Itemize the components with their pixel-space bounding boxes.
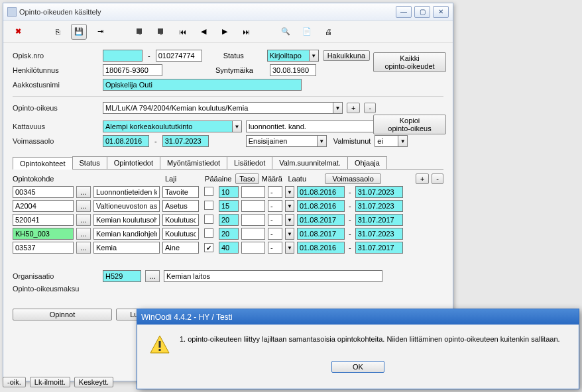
row-code[interactable] [13, 228, 74, 240]
opisk-nro-part2[interactable] [156, 50, 202, 62]
add-row-button[interactable]: + [416, 173, 429, 184]
tab-valmsunnitelmat[interactable]: Valm.suunnitelmat. [272, 156, 348, 169]
row-name[interactable] [93, 186, 160, 198]
row-taso[interactable] [219, 228, 239, 240]
row-voimassaolo-start[interactable] [297, 228, 345, 240]
first-record-icon[interactable]: ⏮ [174, 24, 190, 40]
row-voimassaolo-end[interactable] [355, 214, 403, 226]
search-icon[interactable]: 🔍 [278, 24, 294, 40]
row-voimassaolo-start[interactable] [297, 186, 345, 198]
row-paaaine-checkbox[interactable]: ✔ [204, 243, 213, 252]
valmistunut-combo[interactable] [375, 135, 398, 147]
row-laji[interactable] [162, 228, 199, 240]
row-voimassaolo-end[interactable] [355, 186, 403, 198]
row-maara[interactable] [241, 242, 265, 254]
print-icon[interactable]: 🖨 [320, 24, 336, 40]
aakkostusnimi-field[interactable] [103, 79, 302, 91]
opinto-oikeus-combo[interactable] [103, 102, 333, 114]
row-laatu[interactable] [268, 242, 282, 254]
row-paaaine-checkbox[interactable] [204, 215, 213, 224]
row-laatu-dropdown-icon[interactable]: ▼ [285, 228, 294, 240]
row-lookup-button[interactable]: … [76, 186, 91, 198]
ensisijainen-combo[interactable] [246, 135, 318, 147]
status-dropdown-icon[interactable]: ▼ [310, 50, 319, 62]
row-lookup-button[interactable]: … [76, 200, 91, 212]
hakuikkuna-button[interactable]: Hakuikkuna [323, 50, 370, 61]
report-icon[interactable]: 📄 [299, 24, 315, 40]
opisk-nro-part1[interactable] [103, 50, 143, 62]
add-opinto-oikeus-button[interactable]: + [347, 103, 360, 113]
tab-opintokohteet[interactable]: Opintokohteet [13, 157, 73, 170]
row-laatu-dropdown-icon[interactable]: ▼ [285, 214, 294, 226]
row-name[interactable] [93, 228, 160, 240]
henkilotunnus-field[interactable] [103, 64, 162, 76]
row-maara[interactable] [241, 228, 265, 240]
row-voimassaolo-start[interactable] [297, 242, 345, 254]
valmistunut-dropdown-icon[interactable]: ▼ [398, 135, 408, 147]
lk-ilmoitt-button[interactable]: Lk-ilmoitt. [30, 377, 70, 387]
row-name[interactable] [93, 242, 160, 254]
row-code[interactable] [13, 186, 74, 198]
copy-icon[interactable]: ⎘ [50, 24, 66, 40]
row-voimassaolo-end[interactable] [355, 242, 403, 254]
row-laji[interactable] [162, 186, 199, 198]
row-maara[interactable] [241, 186, 265, 198]
export-icon[interactable]: ⇥ [92, 24, 108, 40]
tab-opintotiedot[interactable]: Opintotiedot [107, 156, 160, 169]
row-laatu[interactable] [268, 214, 282, 226]
row-code[interactable] [13, 242, 74, 254]
row-laatu-dropdown-icon[interactable]: ▼ [285, 200, 294, 212]
row-voimassaolo-start[interactable] [297, 214, 345, 226]
tab-status[interactable]: Status [72, 156, 107, 169]
remove-record-icon[interactable]: × [153, 24, 169, 40]
row-lookup-button[interactable]: … [76, 228, 91, 240]
ok-button[interactable]: OK [331, 361, 384, 373]
add-record-icon[interactable]: + [132, 24, 148, 40]
row-maara[interactable] [241, 214, 265, 226]
kaikki-opinto-oikeudet-button[interactable]: Kaikki opinto-oikeudet [373, 52, 446, 72]
row-laatu[interactable] [268, 228, 282, 240]
row-lookup-button[interactable]: … [76, 242, 91, 254]
row-code[interactable] [13, 200, 74, 212]
maximize-button[interactable]: ▢ [414, 6, 430, 18]
organisaatio-name[interactable] [164, 270, 382, 282]
keskeytt-button[interactable]: Keskeytt. [74, 377, 113, 387]
row-voimassaolo-start[interactable] [297, 200, 345, 212]
row-name[interactable] [93, 200, 160, 212]
row-laji[interactable] [162, 200, 199, 212]
row-lookup-button[interactable]: … [76, 214, 91, 226]
kattavuus-dropdown-icon[interactable]: ▼ [233, 121, 242, 132]
oik-button[interactable]: -oik. [3, 377, 26, 387]
voimassaolo-start[interactable] [103, 135, 149, 147]
minimize-button[interactable]: — [396, 6, 412, 18]
row-taso[interactable] [219, 242, 239, 254]
row-laji[interactable] [162, 242, 199, 254]
row-laatu[interactable] [268, 186, 282, 198]
row-laji[interactable] [162, 214, 199, 226]
header-voimassaolo-button[interactable]: Voimassaolo [325, 173, 381, 184]
save-icon[interactable]: 💾 [71, 24, 87, 40]
voimassaolo-end[interactable] [162, 135, 209, 147]
row-voimassaolo-end[interactable] [355, 228, 403, 240]
opinto-oikeus-dropdown-icon[interactable]: ▼ [333, 102, 343, 114]
last-record-icon[interactable]: ⏭ [238, 24, 254, 40]
status-combo[interactable] [267, 50, 310, 62]
prev-record-icon[interactable]: ◀ [196, 24, 211, 40]
cancel-icon[interactable]: ✖ [10, 24, 26, 40]
row-voimassaolo-end[interactable] [355, 200, 403, 212]
row-laatu[interactable] [268, 200, 282, 212]
kattavuus-combo[interactable] [103, 121, 233, 132]
tab-myontamistiedot[interactable]: Myöntämistiedot [160, 156, 227, 169]
organisaatio-code[interactable] [103, 270, 141, 282]
row-laatu-dropdown-icon[interactable]: ▼ [285, 186, 294, 198]
row-code[interactable] [13, 214, 74, 226]
ensisijainen-dropdown-icon[interactable]: ▼ [318, 135, 327, 147]
row-maara[interactable] [241, 200, 265, 212]
remove-opinto-oikeus-button[interactable]: - [364, 103, 376, 113]
row-taso[interactable] [219, 214, 239, 226]
row-paaaine-checkbox[interactable] [204, 228, 213, 238]
tab-ohjaaja[interactable]: Ohjaaja [347, 156, 387, 169]
row-paaaine-checkbox[interactable] [204, 201, 213, 210]
organisaatio-lookup-button[interactable]: … [145, 270, 160, 282]
tab-lisatiedot[interactable]: Lisätiedot [227, 156, 272, 169]
